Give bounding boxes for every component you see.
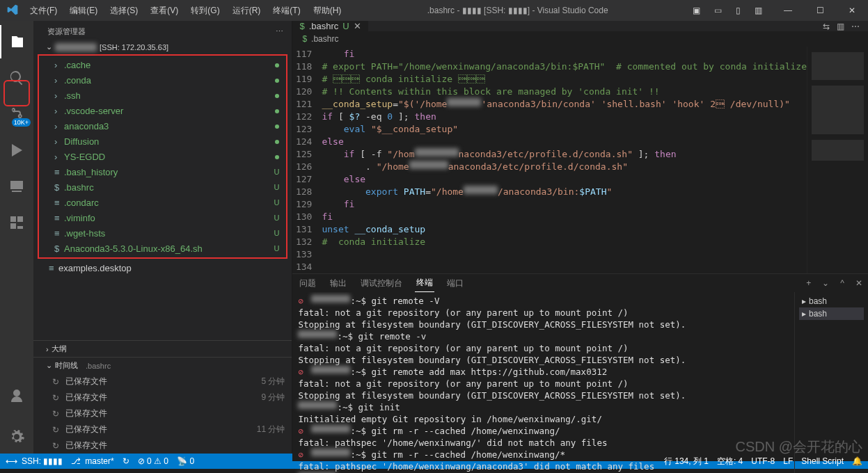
breadcrumb[interactable]: $ .bashrc	[292, 31, 868, 47]
extensions-activity-icon[interactable]	[0, 206, 33, 239]
source-control-activity-icon[interactable]: 10K+	[0, 97, 33, 131]
chevron-right-icon: ›	[54, 60, 63, 70]
timeline-item-label: 已保存文件	[61, 376, 261, 387]
menu-item[interactable]: 编辑(E)	[64, 2, 103, 19]
file-item[interactable]: $.bashrcU	[39, 179, 286, 195]
cursor-position[interactable]: 行 134, 列 1	[664, 456, 709, 467]
folder-item[interactable]: ›.conda	[39, 72, 286, 88]
chevron-right-icon: ›	[54, 106, 63, 116]
accounts-activity-icon[interactable]	[0, 380, 33, 413]
terminal-icon: ▸	[802, 296, 806, 306]
menu-item[interactable]: 选择(S)	[104, 2, 143, 19]
panel-tab[interactable]: 终端	[415, 274, 434, 292]
maximize-panel-icon[interactable]: ^	[840, 278, 844, 288]
file-item[interactable]: $Anaconda3-5.3.0-Linux-x86_64.shU	[39, 241, 286, 256]
sidebar-more-icon[interactable]: ⋯	[276, 27, 283, 36]
git-status-badge	[275, 76, 279, 84]
run-debug-activity-icon[interactable]	[0, 134, 33, 167]
file-item[interactable]: ≡.wget-hstsU	[39, 225, 286, 241]
ssh-host-label: [SSH: 172.20.35.63]	[100, 43, 168, 51]
timeline-item-time: 5 分钟	[261, 376, 285, 387]
settings-activity-icon[interactable]	[0, 420, 33, 454]
eol-indicator[interactable]: LF	[783, 456, 793, 466]
new-terminal-icon[interactable]: +	[806, 278, 811, 288]
folder-item[interactable]: ›YS-EGDD	[39, 149, 286, 164]
file-item[interactable]: ≡ examples.desktop	[33, 260, 292, 275]
file-name: .bash_history	[63, 167, 274, 177]
outline-section-header[interactable]: ›大纲	[33, 340, 292, 357]
menu-item[interactable]: 终端(T)	[267, 2, 306, 19]
remote-explorer-activity-icon[interactable]	[0, 170, 33, 203]
close-icon[interactable]: ✕	[836, 6, 868, 15]
customize-layout-icon[interactable]: ▥	[750, 3, 766, 18]
vscode-logo-icon	[0, 4, 24, 17]
code-editor[interactable]: 117 fi118# export PATH="/home/wenxinwang…	[292, 47, 807, 273]
problems-indicator[interactable]: ⊘ 0 ⚠ 0	[138, 456, 168, 466]
timeline-section-header[interactable]: ⌄时间线 .bashrc	[33, 357, 292, 374]
file-item[interactable]: ≡.bash_historyU	[39, 164, 286, 179]
menu-item[interactable]: 文件(F)	[24, 2, 63, 19]
explorer-folder-header[interactable]: ⌄ x [SSH: 172.20.35.63]	[33, 41, 292, 54]
terminal-instance[interactable]: ▸bash	[799, 295, 864, 307]
folder-item[interactable]: ›anaconda3	[39, 118, 286, 134]
tab-close-icon[interactable]: ✕	[354, 21, 361, 31]
folder-item[interactable]: ›.vscode-server	[39, 103, 286, 118]
terminal-instance[interactable]: ▸bash	[799, 307, 864, 320]
timeline-item[interactable]: ↻已保存文件	[33, 406, 292, 422]
git-status-badge	[275, 122, 279, 130]
timeline-item-label: 已保存文件	[61, 408, 285, 419]
terminal-list[interactable]: ▸bash▸bash	[794, 292, 868, 473]
terminal-dropdown-icon[interactable]: ⌄	[822, 278, 829, 288]
file-tree-outside[interactable]: ≡ examples.desktop	[33, 260, 292, 300]
timeline-item[interactable]: ↻已保存文件	[33, 438, 292, 454]
terminal-icon: ▸	[802, 309, 806, 319]
file-name: .condarc	[63, 198, 274, 208]
file-tree[interactable]: ›.cache›.conda›.ssh›.vscode-server›anaco…	[39, 57, 286, 256]
file-icon: $	[54, 243, 63, 254]
menu-item[interactable]: 查看(V)	[145, 2, 184, 19]
panel-tab[interactable]: 输出	[329, 275, 348, 292]
timeline-list[interactable]: ↻已保存文件5 分钟↻已保存文件9 分钟↻已保存文件↻已保存文件11 分钟↻已保…	[33, 374, 292, 454]
layout-controls[interactable]: ▣ ▭ ▯ ▥	[688, 3, 772, 18]
panel-tab[interactable]: 端口	[445, 275, 465, 292]
menu-item[interactable]: 帮助(H)	[308, 2, 347, 19]
terminal[interactable]: ⊘ x:~$ git remote -Vfatal: not a git rep…	[292, 292, 794, 473]
menu-item[interactable]: 转到(G)	[185, 2, 225, 19]
terminal-name: bash	[809, 296, 827, 306]
split-editor-icon[interactable]: ▥	[837, 22, 844, 31]
menu-item[interactable]: 运行(R)	[227, 2, 267, 19]
toggle-panel-icon[interactable]: ▭	[710, 3, 726, 18]
panel-tab[interactable]: 问题	[298, 275, 317, 292]
minimize-icon[interactable]: —	[772, 6, 804, 15]
folder-name: anaconda3	[63, 121, 275, 131]
timeline-item[interactable]: ↻已保存文件5 分钟	[33, 374, 292, 390]
encoding-indicator[interactable]: UTF-8	[751, 456, 775, 466]
chevron-right-icon: ›	[54, 75, 63, 86]
folder-name: YS-EGDD	[63, 152, 275, 162]
panel-tab[interactable]: 调试控制台	[359, 275, 404, 292]
more-actions-icon[interactable]: ⋯	[851, 22, 860, 31]
maximize-icon[interactable]: ☐	[804, 6, 836, 15]
sync-indicator[interactable]: ↻	[123, 456, 129, 466]
remote-indicator[interactable]: ⟷SSH: ▮▮▮▮	[6, 456, 63, 466]
git-branch-indicator[interactable]: ⎇master*	[71, 456, 113, 466]
ports-indicator[interactable]: 📡 0	[177, 456, 194, 466]
folder-item[interactable]: ›.cache	[39, 57, 286, 72]
language-mode[interactable]: Shell Script	[801, 456, 844, 466]
timeline-item[interactable]: ↻已保存文件9 分钟	[33, 390, 292, 406]
minimap[interactable]	[807, 47, 868, 273]
file-item[interactable]: ≡.viminfoU	[39, 210, 286, 225]
folder-item[interactable]: ›.ssh	[39, 88, 286, 103]
folder-item[interactable]: ›Diffusion	[39, 134, 286, 149]
compare-changes-icon[interactable]: ⇆	[823, 22, 830, 31]
editor-tab[interactable]: $ .bashrc U ✕	[292, 21, 368, 31]
file-item[interactable]: ≡.condarcU	[39, 195, 286, 210]
explorer-activity-icon[interactable]	[0, 25, 33, 58]
timeline-item[interactable]: ↻已保存文件11 分钟	[33, 422, 292, 438]
notifications-icon[interactable]: 🔔	[852, 456, 862, 466]
indentation-indicator[interactable]: 空格: 4	[717, 456, 743, 467]
close-panel-icon[interactable]: ✕	[855, 278, 862, 288]
toggle-secondary-sidebar-icon[interactable]: ▯	[732, 3, 745, 18]
toggle-primary-sidebar-icon[interactable]: ▣	[688, 3, 704, 18]
search-activity-icon[interactable]	[0, 61, 33, 95]
